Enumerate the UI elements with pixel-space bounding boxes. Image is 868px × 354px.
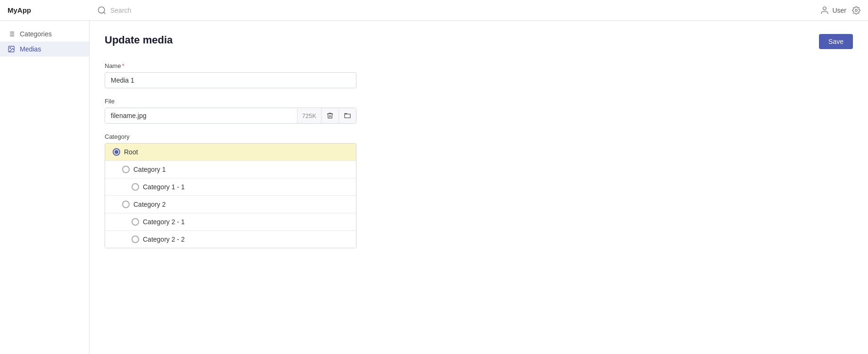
svg-point-11 [10,48,11,49]
top-header: MyApp User [0,0,868,21]
category-cat2-1[interactable]: Category 2 - 1 [105,213,356,231]
trash-icon [326,112,334,119]
category-cat1-1[interactable]: Category 1 - 1 [105,178,356,196]
category-cat2-label: Category 2 [133,201,165,208]
user-label: User [832,7,846,14]
main-content: Update media Save Name* File filename.jp… [90,21,868,354]
name-input[interactable] [105,72,356,88]
list-icon [8,30,15,38]
category-tree: Root Category 1 Category 1 - 1 Category … [105,143,356,248]
page-title: Update media [105,34,173,46]
category-cat2-1-label: Category 2 - 1 [143,218,185,226]
category-cat2[interactable]: Category 2 [105,196,356,213]
sidebar-item-categories[interactable]: Categories [0,26,89,42]
svg-point-0 [99,7,105,13]
name-field-group: Name* [105,62,853,88]
file-label: File [105,98,853,105]
file-size-display: 725K [297,109,321,123]
file-name-display: filename.jpg [105,108,297,123]
category-cat1-1-label: Category 1 - 1 [143,183,185,191]
settings-icon[interactable] [852,6,860,15]
app-logo: MyApp [8,6,97,14]
page-header: Update media Save [105,34,853,49]
svg-line-1 [104,12,106,14]
radio-cat2-2 [132,236,139,243]
header-right: User [820,6,860,15]
browse-file-button[interactable] [339,108,356,123]
radio-cat2-1 [132,218,139,226]
sidebar-item-medias[interactable]: Medias [0,42,89,57]
category-cat2-2[interactable]: Category 2 - 2 [105,231,356,248]
category-field-group: Category Root Category 1 Category 1 - 1 [105,133,853,248]
save-button[interactable]: Save [819,34,853,49]
sidebar-categories-label: Categories [20,30,52,38]
search-input[interactable] [110,7,205,14]
radio-cat1-1 [132,183,139,191]
folder-open-icon [344,112,351,119]
svg-point-3 [855,9,858,11]
category-cat1[interactable]: Category 1 [105,161,356,178]
file-row: filename.jpg 725K [105,108,356,124]
delete-file-button[interactable] [322,108,339,123]
radio-root [113,148,120,156]
category-cat2-2-label: Category 2 - 2 [143,236,185,243]
radio-cat1 [122,166,130,173]
category-root-label: Root [124,148,138,156]
sidebar: Categories Medias [0,21,90,354]
image-icon [8,45,15,53]
search-bar[interactable] [97,6,820,15]
category-cat1-label: Category 1 [133,166,165,173]
user-icon [820,6,829,15]
file-field-group: File filename.jpg 725K [105,98,853,124]
main-layout: Categories Medias Update media Save Name… [0,21,868,354]
svg-point-2 [823,7,827,10]
search-icon [97,6,107,15]
file-actions [321,108,356,123]
user-menu[interactable]: User [820,6,846,15]
sidebar-medias-label: Medias [20,45,41,53]
category-root[interactable]: Root [105,143,356,161]
name-label: Name* [105,62,853,69]
required-indicator: * [122,62,124,69]
radio-cat2 [122,201,130,208]
category-label: Category [105,133,853,140]
